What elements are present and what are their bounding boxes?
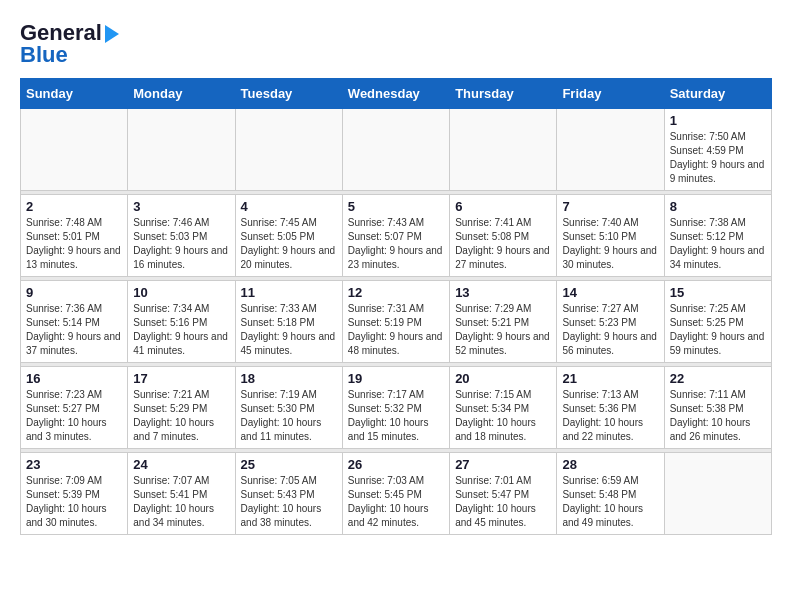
day-number: 21 (562, 371, 658, 386)
day-number: 3 (133, 199, 229, 214)
calendar-cell: 10Sunrise: 7:34 AM Sunset: 5:16 PM Dayli… (128, 281, 235, 363)
day-info: Sunrise: 7:31 AM Sunset: 5:19 PM Dayligh… (348, 302, 444, 358)
day-info: Sunrise: 7:17 AM Sunset: 5:32 PM Dayligh… (348, 388, 444, 444)
calendar-cell: 2Sunrise: 7:48 AM Sunset: 5:01 PM Daylig… (21, 195, 128, 277)
day-header-monday: Monday (128, 79, 235, 109)
day-header-tuesday: Tuesday (235, 79, 342, 109)
calendar-cell: 13Sunrise: 7:29 AM Sunset: 5:21 PM Dayli… (450, 281, 557, 363)
day-info: Sunrise: 7:15 AM Sunset: 5:34 PM Dayligh… (455, 388, 551, 444)
day-number: 26 (348, 457, 444, 472)
day-number: 22 (670, 371, 766, 386)
calendar-cell: 19Sunrise: 7:17 AM Sunset: 5:32 PM Dayli… (342, 367, 449, 449)
calendar-cell (21, 109, 128, 191)
day-number: 7 (562, 199, 658, 214)
day-number: 8 (670, 199, 766, 214)
calendar-week-5: 23Sunrise: 7:09 AM Sunset: 5:39 PM Dayli… (21, 453, 772, 535)
calendar-cell: 6Sunrise: 7:41 AM Sunset: 5:08 PM Daylig… (450, 195, 557, 277)
day-info: Sunrise: 7:09 AM Sunset: 5:39 PM Dayligh… (26, 474, 122, 530)
day-number: 14 (562, 285, 658, 300)
day-info: Sunrise: 7:21 AM Sunset: 5:29 PM Dayligh… (133, 388, 229, 444)
day-info: Sunrise: 7:34 AM Sunset: 5:16 PM Dayligh… (133, 302, 229, 358)
day-info: Sunrise: 7:25 AM Sunset: 5:25 PM Dayligh… (670, 302, 766, 358)
day-info: Sunrise: 7:45 AM Sunset: 5:05 PM Dayligh… (241, 216, 337, 272)
day-info: Sunrise: 7:01 AM Sunset: 5:47 PM Dayligh… (455, 474, 551, 530)
calendar-cell: 21Sunrise: 7:13 AM Sunset: 5:36 PM Dayli… (557, 367, 664, 449)
day-info: Sunrise: 7:48 AM Sunset: 5:01 PM Dayligh… (26, 216, 122, 272)
calendar-cell: 5Sunrise: 7:43 AM Sunset: 5:07 PM Daylig… (342, 195, 449, 277)
day-number: 16 (26, 371, 122, 386)
day-number: 11 (241, 285, 337, 300)
calendar-cell: 27Sunrise: 7:01 AM Sunset: 5:47 PM Dayli… (450, 453, 557, 535)
calendar-cell: 8Sunrise: 7:38 AM Sunset: 5:12 PM Daylig… (664, 195, 771, 277)
day-number: 27 (455, 457, 551, 472)
logo-arrow-icon (105, 25, 119, 43)
calendar-cell: 4Sunrise: 7:45 AM Sunset: 5:05 PM Daylig… (235, 195, 342, 277)
calendar-cell: 17Sunrise: 7:21 AM Sunset: 5:29 PM Dayli… (128, 367, 235, 449)
day-header-thursday: Thursday (450, 79, 557, 109)
logo-text-blue: Blue (20, 42, 68, 68)
calendar-cell (557, 109, 664, 191)
calendar-cell: 25Sunrise: 7:05 AM Sunset: 5:43 PM Dayli… (235, 453, 342, 535)
day-info: Sunrise: 7:46 AM Sunset: 5:03 PM Dayligh… (133, 216, 229, 272)
day-info: Sunrise: 7:03 AM Sunset: 5:45 PM Dayligh… (348, 474, 444, 530)
day-info: Sunrise: 7:27 AM Sunset: 5:23 PM Dayligh… (562, 302, 658, 358)
calendar-cell: 24Sunrise: 7:07 AM Sunset: 5:41 PM Dayli… (128, 453, 235, 535)
calendar-cell: 18Sunrise: 7:19 AM Sunset: 5:30 PM Dayli… (235, 367, 342, 449)
day-info: Sunrise: 7:13 AM Sunset: 5:36 PM Dayligh… (562, 388, 658, 444)
day-number: 15 (670, 285, 766, 300)
calendar-cell (128, 109, 235, 191)
calendar-cell: 16Sunrise: 7:23 AM Sunset: 5:27 PM Dayli… (21, 367, 128, 449)
calendar-cell: 3Sunrise: 7:46 AM Sunset: 5:03 PM Daylig… (128, 195, 235, 277)
day-number: 4 (241, 199, 337, 214)
day-number: 17 (133, 371, 229, 386)
calendar-week-4: 16Sunrise: 7:23 AM Sunset: 5:27 PM Dayli… (21, 367, 772, 449)
calendar-cell: 28Sunrise: 6:59 AM Sunset: 5:48 PM Dayli… (557, 453, 664, 535)
calendar-cell: 26Sunrise: 7:03 AM Sunset: 5:45 PM Dayli… (342, 453, 449, 535)
calendar-week-1: 1Sunrise: 7:50 AM Sunset: 4:59 PM Daylig… (21, 109, 772, 191)
day-info: Sunrise: 7:33 AM Sunset: 5:18 PM Dayligh… (241, 302, 337, 358)
day-number: 28 (562, 457, 658, 472)
day-number: 5 (348, 199, 444, 214)
day-header-friday: Friday (557, 79, 664, 109)
day-info: Sunrise: 7:40 AM Sunset: 5:10 PM Dayligh… (562, 216, 658, 272)
day-number: 10 (133, 285, 229, 300)
calendar-header-row: SundayMondayTuesdayWednesdayThursdayFrid… (21, 79, 772, 109)
day-info: Sunrise: 7:36 AM Sunset: 5:14 PM Dayligh… (26, 302, 122, 358)
day-header-sunday: Sunday (21, 79, 128, 109)
day-info: Sunrise: 7:41 AM Sunset: 5:08 PM Dayligh… (455, 216, 551, 272)
day-number: 19 (348, 371, 444, 386)
calendar-cell: 1Sunrise: 7:50 AM Sunset: 4:59 PM Daylig… (664, 109, 771, 191)
day-info: Sunrise: 7:23 AM Sunset: 5:27 PM Dayligh… (26, 388, 122, 444)
calendar-cell (235, 109, 342, 191)
day-number: 2 (26, 199, 122, 214)
day-number: 20 (455, 371, 551, 386)
day-header-wednesday: Wednesday (342, 79, 449, 109)
calendar-cell (450, 109, 557, 191)
calendar-cell (664, 453, 771, 535)
calendar-cell: 9Sunrise: 7:36 AM Sunset: 5:14 PM Daylig… (21, 281, 128, 363)
calendar-cell: 22Sunrise: 7:11 AM Sunset: 5:38 PM Dayli… (664, 367, 771, 449)
day-info: Sunrise: 7:29 AM Sunset: 5:21 PM Dayligh… (455, 302, 551, 358)
day-number: 6 (455, 199, 551, 214)
calendar-week-2: 2Sunrise: 7:48 AM Sunset: 5:01 PM Daylig… (21, 195, 772, 277)
calendar-cell: 7Sunrise: 7:40 AM Sunset: 5:10 PM Daylig… (557, 195, 664, 277)
day-number: 1 (670, 113, 766, 128)
day-number: 9 (26, 285, 122, 300)
day-info: Sunrise: 7:50 AM Sunset: 4:59 PM Dayligh… (670, 130, 766, 186)
day-header-saturday: Saturday (664, 79, 771, 109)
day-info: Sunrise: 7:19 AM Sunset: 5:30 PM Dayligh… (241, 388, 337, 444)
calendar-cell: 14Sunrise: 7:27 AM Sunset: 5:23 PM Dayli… (557, 281, 664, 363)
page-header: General Blue (20, 20, 772, 68)
calendar-cell: 11Sunrise: 7:33 AM Sunset: 5:18 PM Dayli… (235, 281, 342, 363)
logo: General Blue (20, 20, 119, 68)
day-number: 24 (133, 457, 229, 472)
calendar-week-3: 9Sunrise: 7:36 AM Sunset: 5:14 PM Daylig… (21, 281, 772, 363)
day-number: 12 (348, 285, 444, 300)
calendar-cell: 12Sunrise: 7:31 AM Sunset: 5:19 PM Dayli… (342, 281, 449, 363)
day-number: 13 (455, 285, 551, 300)
day-number: 25 (241, 457, 337, 472)
day-info: Sunrise: 7:07 AM Sunset: 5:41 PM Dayligh… (133, 474, 229, 530)
calendar-cell: 20Sunrise: 7:15 AM Sunset: 5:34 PM Dayli… (450, 367, 557, 449)
day-info: Sunrise: 6:59 AM Sunset: 5:48 PM Dayligh… (562, 474, 658, 530)
calendar-cell: 15Sunrise: 7:25 AM Sunset: 5:25 PM Dayli… (664, 281, 771, 363)
